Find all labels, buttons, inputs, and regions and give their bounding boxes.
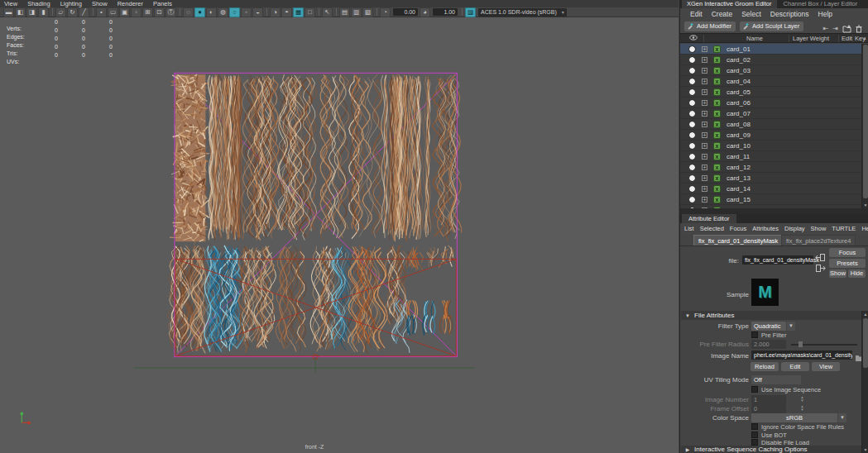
column-header-edit[interactable]: Edit (842, 35, 852, 42)
ae-menu-display[interactable]: Display (784, 225, 805, 232)
snapshot-icon[interactable]: ▧ (362, 7, 373, 17)
visibility-dot-icon[interactable] (688, 142, 696, 150)
output-connection-icon[interactable] (815, 261, 826, 270)
edit-button[interactable]: Edit (781, 362, 809, 371)
resolution-gate-icon[interactable]: ▭ (108, 7, 118, 17)
filter-type-dropdown-arrow[interactable]: ▼ (787, 322, 795, 331)
scroll-down-icon[interactable]: ▼ (862, 202, 868, 208)
screen-space-ao-icon[interactable]: ◓ (281, 7, 292, 17)
expand-toggle-icon[interactable]: + (702, 143, 707, 149)
tab-channel-box-layer-editor[interactable]: Channel Box / Layer Editor (779, 0, 863, 8)
ae-menu-attributes[interactable]: Attributes (752, 225, 779, 232)
motion-blur-icon[interactable]: □ (305, 7, 315, 17)
layer-row-card_11[interactable]: +xcard_11 (680, 151, 861, 162)
expand-toggle-icon[interactable]: + (702, 197, 707, 203)
focus-button[interactable]: Focus (829, 248, 866, 257)
layer-row-card_06[interactable]: +xcard_06 (680, 98, 861, 108)
filter-type-dropdown[interactable]: Quadratic (751, 322, 786, 331)
visibility-dot-icon[interactable] (688, 196, 696, 203)
file-name-field[interactable]: fix_fix_card_01_densityMask (742, 255, 813, 265)
ae-menu-selected[interactable]: Selected (700, 225, 724, 232)
2d-pan-zoom-icon[interactable]: ↻ (67, 7, 78, 17)
caching-section-header[interactable]: ▶Interactive Sequence Caching Options (681, 446, 862, 453)
shadows-icon[interactable]: ◒ (252, 7, 263, 17)
image-number-spinner[interactable]: ▲▼ (799, 396, 805, 403)
visibility-dot-icon[interactable] (688, 131, 696, 139)
layer-row-card_15[interactable]: +xcard_15 (680, 194, 861, 205)
ae-menu-turtle[interactable]: TURTLE (832, 225, 856, 232)
view-button[interactable]: View (812, 362, 840, 371)
expand-toggle-icon[interactable]: + (702, 57, 707, 63)
add-modifier-button[interactable]: Add Modifier (684, 21, 736, 31)
groom-menu-descriptions[interactable]: Descriptions (770, 10, 809, 18)
visibility-dot-icon[interactable] (688, 110, 696, 117)
frame-offset-field[interactable]: 0 (751, 404, 786, 413)
expand-toggle-icon[interactable]: + (702, 100, 707, 106)
node-tab-place2dtexture[interactable]: fix_fix_place2dTexture4 (781, 235, 856, 246)
gamma-field[interactable]: 1.00 (433, 8, 458, 16)
wireframe-icon[interactable]: ◌ (183, 7, 194, 17)
layer-row-card_04[interactable]: +xcard_04 (680, 76, 861, 87)
field-chart-icon[interactable]: ▫ (131, 7, 141, 17)
expand-toggle-icon[interactable]: + (702, 46, 707, 52)
bookmark-icon[interactable]: ▮ (38, 7, 49, 17)
uv-tiling-mode-dropdown[interactable]: Off (751, 375, 801, 384)
groom-menu-create[interactable]: Create (712, 10, 733, 18)
use-all-lights-icon[interactable]: ◦ (241, 7, 252, 17)
visibility-dot-icon[interactable] (688, 67, 696, 74)
camera-attributes-icon[interactable]: ◨ (26, 7, 37, 17)
image-number-field[interactable]: 1 (751, 395, 786, 404)
file-attributes-section-header[interactable]: ▼File Attributes (681, 311, 862, 320)
layer-row-card_08[interactable]: +xcard_08 (680, 119, 861, 130)
scroll-up-icon[interactable]: ▲ (862, 311, 868, 317)
image-plane-icon[interactable]: ▱ (55, 7, 66, 17)
visibility-dot-icon[interactable] (688, 88, 696, 96)
pre-filter-radius-slider[interactable] (791, 340, 857, 349)
visibility-dot-icon[interactable] (688, 56, 696, 64)
add-sculpt-layer-button[interactable]: Add Sculpt Layer (740, 21, 803, 31)
safe-action-icon[interactable]: ⊞ (142, 7, 153, 17)
reload-button[interactable]: Reload (751, 362, 779, 371)
ae-menu-focus[interactable]: Focus (730, 225, 746, 232)
disable-file-load-checkbox[interactable] (751, 439, 758, 446)
layer-row-card_01[interactable]: +xcard_01 (680, 44, 861, 55)
frame-offset-spinner[interactable]: ▲▼ (799, 405, 805, 412)
ignore-color-space-file-rules-checkbox[interactable] (751, 423, 758, 430)
layer-row-card_09[interactable]: +xcard_09 (680, 130, 861, 141)
exposure-field[interactable]: 0.00 (393, 8, 418, 16)
collapse-layers-icon[interactable]: ⇤ (823, 25, 829, 33)
layer-list-scrollbar[interactable]: ▼ (861, 44, 868, 208)
expand-toggle-icon[interactable]: + (702, 111, 707, 117)
expand-toggle-icon[interactable]: + (702, 154, 707, 160)
expand-toggle-icon[interactable]: + (702, 165, 707, 170)
visibility-dot-icon[interactable] (688, 185, 696, 193)
tab-xgen-groom-editor[interactable]: XGen Interactive Groom Editor (682, 0, 777, 8)
visibility-dot-icon[interactable] (688, 174, 696, 182)
scroll-up-icon[interactable]: ▲ (861, 35, 868, 41)
select-camera-icon[interactable]: ▬ (3, 7, 14, 17)
ae-menu-list[interactable]: List (684, 225, 694, 232)
use-image-sequence-checkbox[interactable] (751, 386, 758, 393)
visibility-dot-icon[interactable] (688, 153, 696, 160)
view-transform-icon[interactable]: ▨ (465, 7, 476, 17)
safe-title-icon[interactable]: ⊡ (154, 7, 165, 17)
frame-rate-icon[interactable]: Ⓣ (165, 7, 176, 17)
visibility-dot-icon[interactable] (688, 121, 696, 128)
visibility-dot-icon[interactable] (688, 45, 696, 53)
pre-filter-checkbox[interactable] (751, 331, 758, 338)
object-select-icon[interactable]: ↖ (322, 7, 333, 17)
scroll-down-icon[interactable]: ▼ (862, 446, 868, 453)
expand-toggle-icon[interactable]: + (702, 79, 707, 84)
layer-row-card_12[interactable]: +xcard_12 (680, 162, 861, 173)
layer-row-card_05[interactable]: +xcard_05 (680, 87, 861, 98)
column-header-name[interactable]: Name (746, 35, 763, 42)
expand-toggle-icon[interactable]: + (702, 122, 707, 127)
color-space-dropdown-arrow[interactable]: ▼ (838, 413, 846, 422)
gamma-icon[interactable]: ◕ (420, 7, 430, 17)
exposure-icon[interactable]: ◔ (380, 7, 391, 17)
bounding-box-icon[interactable]: ◍ (218, 7, 228, 17)
expand-toggle-icon[interactable]: + (702, 68, 707, 74)
groom-menu-select[interactable]: Select (741, 10, 761, 18)
anti-aliasing-icon[interactable]: ▦ (293, 7, 304, 17)
visibility-dot-icon[interactable] (688, 99, 696, 107)
